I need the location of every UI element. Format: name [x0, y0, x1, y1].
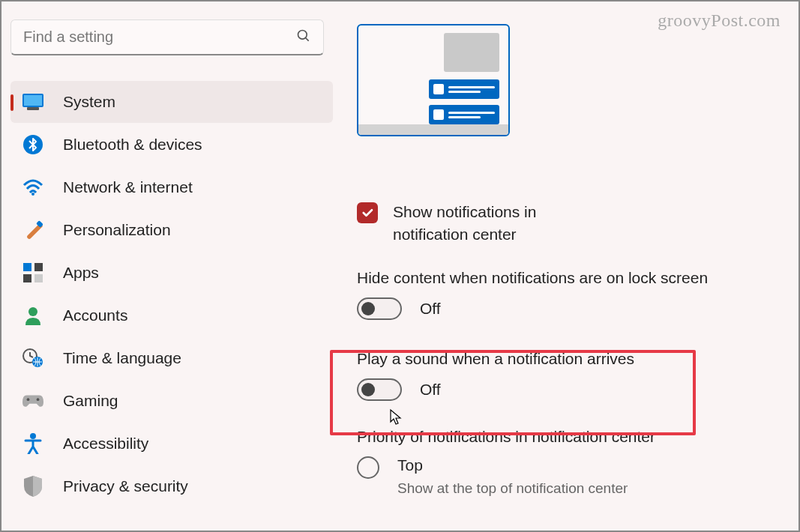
svg-rect-10 — [23, 274, 31, 282]
main-content: Show notifications in notification cente… — [357, 24, 777, 497]
preview-notification-row — [429, 105, 499, 124]
sidebar-item-bluetooth[interactable]: Bluetooth & devices — [10, 124, 333, 166]
accessibility-icon — [22, 433, 43, 454]
nav-list: System Bluetooth & devices Network & int… — [10, 81, 333, 507]
system-icon — [22, 91, 43, 112]
sidebar-item-system[interactable]: System — [10, 81, 333, 123]
play-sound-title: Play a sound when a notification arrives — [357, 350, 777, 368]
svg-point-15 — [27, 398, 30, 401]
sidebar-item-label: Accessibility — [63, 435, 148, 453]
sidebar-item-label: System — [63, 93, 115, 111]
sidebar-item-label: Personalization — [63, 221, 171, 239]
preview-window — [444, 33, 499, 72]
paintbrush-icon — [22, 220, 43, 241]
sidebar-item-network[interactable]: Network & internet — [10, 166, 333, 208]
search-box[interactable] — [10, 19, 324, 55]
svg-rect-9 — [34, 263, 43, 271]
hide-content-title: Hide content when notifications are on l… — [357, 269, 777, 287]
sidebar-item-label: Network & internet — [63, 178, 193, 196]
svg-point-17 — [30, 433, 36, 439]
sidebar: System Bluetooth & devices Network & int… — [10, 19, 333, 507]
svg-point-6 — [31, 193, 34, 196]
svg-rect-4 — [27, 107, 39, 110]
sidebar-item-label: Apps — [63, 264, 99, 282]
sidebar-item-label: Time & language — [63, 349, 181, 367]
sidebar-item-accounts[interactable]: Accounts — [10, 294, 333, 336]
shield-icon — [22, 476, 43, 497]
sidebar-item-label: Accounts — [63, 306, 127, 324]
show-notifications-setting: Show notifications in notification cente… — [357, 201, 777, 247]
play-sound-state: Off — [420, 381, 441, 399]
priority-setting: Priority of notifications in notificatio… — [357, 428, 777, 497]
svg-line-1 — [306, 37, 309, 40]
svg-rect-8 — [23, 263, 31, 271]
sidebar-item-privacy[interactable]: Privacy & security — [10, 465, 333, 507]
person-icon — [22, 305, 43, 326]
search-input[interactable] — [23, 28, 296, 46]
priority-title: Priority of notifications in notificatio… — [357, 428, 777, 446]
sidebar-item-gaming[interactable]: Gaming — [10, 380, 333, 422]
play-sound-setting: Play a sound when a notification arrives… — [357, 350, 777, 401]
sidebar-item-label: Bluetooth & devices — [63, 136, 202, 154]
priority-top-label: Top — [397, 456, 628, 474]
sidebar-item-accessibility[interactable]: Accessibility — [10, 423, 333, 465]
apps-icon — [22, 262, 43, 283]
bluetooth-icon — [22, 134, 43, 155]
notification-preview-thumbnail[interactable] — [357, 24, 510, 136]
svg-rect-3 — [24, 95, 42, 106]
svg-point-0 — [298, 30, 307, 39]
preview-notification-row — [429, 79, 499, 99]
hide-content-toggle[interactable] — [357, 297, 402, 320]
play-sound-toggle[interactable] — [357, 378, 402, 401]
sidebar-item-apps[interactable]: Apps — [10, 252, 333, 294]
priority-top-radio[interactable] — [357, 456, 379, 479]
show-notifications-label: Show notifications in notification cente… — [393, 201, 536, 247]
sidebar-item-label: Gaming — [63, 392, 118, 410]
hide-content-setting: Hide content when notifications are on l… — [357, 269, 777, 320]
svg-point-16 — [37, 398, 40, 401]
sidebar-item-personalization[interactable]: Personalization — [10, 209, 333, 251]
search-icon — [296, 28, 311, 46]
svg-rect-11 — [34, 274, 43, 282]
preview-taskbar — [358, 124, 508, 135]
gamepad-icon — [22, 390, 43, 411]
sidebar-item-time-language[interactable]: Time & language — [10, 337, 333, 379]
hide-content-state: Off — [420, 300, 441, 318]
clock-globe-icon — [22, 348, 43, 369]
sidebar-item-label: Privacy & security — [63, 477, 188, 495]
show-notifications-checkbox[interactable] — [357, 202, 378, 223]
svg-point-12 — [28, 307, 37, 316]
wifi-icon — [22, 177, 43, 198]
priority-top-desc: Show at the top of notification center — [397, 480, 628, 497]
